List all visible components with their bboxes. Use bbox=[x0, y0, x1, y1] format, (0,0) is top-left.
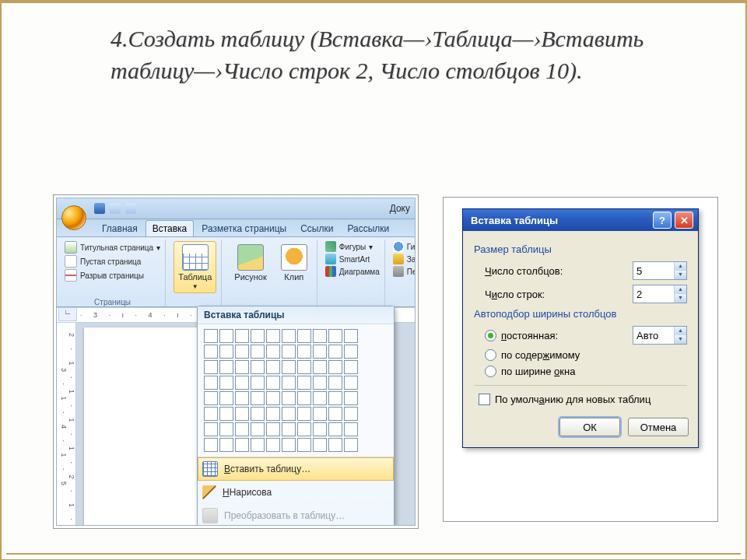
cancel-button[interactable]: Отмена bbox=[628, 418, 689, 436]
save-icon[interactable] bbox=[94, 203, 105, 214]
tab-refs[interactable]: Ссылки bbox=[294, 221, 339, 236]
cols-input[interactable] bbox=[633, 262, 674, 279]
clip-button[interactable]: Клип bbox=[276, 241, 312, 285]
radio-icon bbox=[485, 366, 496, 377]
remember-checkbox[interactable]: По умолчанию для новых таблиц bbox=[479, 394, 687, 405]
convert-icon bbox=[202, 508, 218, 523]
close-icon: ✕ bbox=[680, 215, 689, 226]
spin-up-icon[interactable]: ▲ bbox=[675, 262, 686, 271]
undo-icon[interactable] bbox=[110, 203, 121, 214]
shapes-button[interactable]: Фигуры ▾ bbox=[325, 241, 380, 252]
table-dropdown: Вставка таблицы Вставить таблицу… ННарис… bbox=[197, 306, 395, 526]
table-icon bbox=[182, 244, 209, 271]
dialog-screenshot: Вставка таблицы ? ✕ Размер таблицы Число… bbox=[444, 198, 717, 521]
insert-table-icon bbox=[202, 461, 218, 477]
group-tables: Таблица ▼ bbox=[169, 240, 222, 306]
spin-up-icon[interactable]: ▲ bbox=[675, 285, 686, 294]
pencil-icon bbox=[202, 485, 216, 499]
vertical-ruler: 2 · 1 · 1 · 1 · 1 · 2 · 1 · 3 · 1 · 4 · … bbox=[57, 323, 76, 526]
tab-home[interactable]: Главная bbox=[96, 221, 144, 236]
radio-by-window[interactable]: по ширине окна bbox=[485, 366, 687, 377]
menu-convert-to-table: Преобразовать в таблицу… bbox=[198, 503, 394, 526]
group-caption: Страницы bbox=[60, 298, 165, 306]
group-pages: Титульная страница ▾ Пустая страница Раз… bbox=[60, 240, 166, 306]
slide: 4.Создать таблицу (Вставка—›Таблица—›Вст… bbox=[0, 0, 747, 560]
radio-icon bbox=[485, 330, 496, 341]
close-button[interactable]: ✕ bbox=[675, 212, 693, 229]
rows-spinner[interactable]: ▲▼ bbox=[633, 285, 687, 303]
instruction-text: 4.Создать таблицу (Вставка—›Таблица—›Вст… bbox=[110, 23, 694, 86]
ribbon-tabs: Главная Вставка Разметка страницы Ссылки… bbox=[57, 219, 415, 237]
help-button[interactable]: ? bbox=[653, 212, 672, 229]
crossref-button[interactable]: Пере bbox=[393, 266, 416, 277]
group-shapes: Фигуры ▾ SmartArt Диаграмма bbox=[321, 240, 385, 306]
ribbon-body: Титульная страница ▾ Пустая страница Раз… bbox=[57, 237, 415, 307]
office-orb-icon[interactable] bbox=[61, 205, 86, 230]
cols-spinner[interactable]: ▲▼ bbox=[633, 261, 687, 280]
menu-draw-table[interactable]: ННарисова bbox=[198, 481, 394, 503]
tab-mail[interactable]: Рассылки bbox=[341, 221, 395, 236]
table-size-grid[interactable] bbox=[198, 324, 394, 457]
spin-down-icon[interactable]: ▼ bbox=[675, 335, 686, 344]
tab-layout[interactable]: Разметка страницы bbox=[195, 221, 293, 236]
redo-icon[interactable] bbox=[125, 203, 136, 214]
ok-button[interactable]: ОК bbox=[559, 418, 620, 436]
menu-insert-table-label: ставить таблицу… bbox=[230, 464, 310, 474]
dialog-title: Вставка таблицы bbox=[471, 215, 558, 226]
help-icon: ? bbox=[659, 215, 665, 226]
spin-down-icon[interactable]: ▼ bbox=[675, 271, 686, 279]
autofit-group-label: Автоподбор ширины столбцов bbox=[474, 308, 687, 320]
chart-button[interactable]: Диаграмма bbox=[325, 266, 380, 277]
dialog-titlebar[interactable]: Вставка таблицы ? ✕ bbox=[463, 209, 698, 231]
radio-by-content[interactable]: по содержимому bbox=[485, 349, 687, 361]
word-screenshot: Доку Главная Вставка Разметка страницы С… bbox=[56, 198, 416, 526]
checkbox-icon bbox=[479, 394, 490, 405]
bookmark-button[interactable]: Закла bbox=[393, 254, 416, 264]
radio-fixed[interactable]: постоянная: ▲▼ bbox=[485, 326, 687, 345]
smartart-button[interactable]: SmartArt bbox=[325, 254, 380, 264]
group-links: Гипе Закла Пере bbox=[388, 240, 416, 306]
blank-page-button[interactable]: Пустая страница bbox=[65, 255, 160, 268]
fixed-width-input[interactable] bbox=[633, 327, 674, 344]
rows-label: Число строк: bbox=[485, 289, 633, 300]
quick-access-toolbar: Доку bbox=[57, 198, 415, 219]
cols-label: Число столбцов: bbox=[485, 265, 633, 277]
ruler-corner-icon: ∟ bbox=[58, 307, 77, 321]
cover-page-button[interactable]: Титульная страница ▾ bbox=[65, 241, 160, 254]
chevron-down-icon: ▼ bbox=[192, 283, 198, 290]
page-break-button[interactable]: Разрыв страницы bbox=[65, 269, 160, 282]
size-group-label: Размер таблицы bbox=[474, 243, 687, 255]
hyperlink-button[interactable]: Гипе bbox=[393, 241, 416, 252]
menu-insert-table[interactable]: Вставить таблицу… bbox=[198, 457, 394, 481]
group-illustrations: Рисунок Клип bbox=[225, 240, 317, 306]
rows-input[interactable] bbox=[633, 285, 674, 303]
spin-up-icon[interactable]: ▲ bbox=[675, 327, 686, 335]
table-button[interactable]: Таблица ▼ bbox=[174, 241, 216, 293]
insert-table-dialog: Вставка таблицы ? ✕ Размер таблицы Число… bbox=[462, 208, 699, 448]
dropdown-header: Вставка таблицы bbox=[198, 306, 394, 324]
fixed-width-spinner[interactable]: ▲▼ bbox=[633, 326, 687, 345]
clip-icon bbox=[281, 244, 307, 271]
spin-down-icon[interactable]: ▼ bbox=[675, 294, 686, 303]
picture-button[interactable]: Рисунок bbox=[230, 241, 272, 285]
tab-insert[interactable]: Вставка bbox=[146, 220, 195, 236]
picture-icon bbox=[237, 244, 264, 271]
radio-icon bbox=[485, 349, 496, 361]
window-title: Доку bbox=[390, 203, 410, 214]
